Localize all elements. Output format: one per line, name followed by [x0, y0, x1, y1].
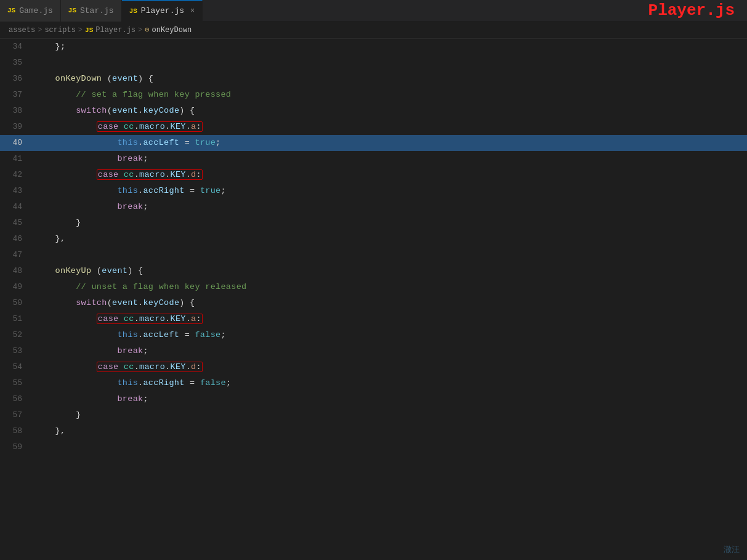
code-line-35: 35	[0, 55, 747, 71]
line-content-38: switch(event.keyCode) {	[32, 103, 195, 119]
line-content-57: }	[32, 407, 81, 423]
line-content-37: // set a flag when key pressed	[32, 87, 231, 103]
line-num-50: 50	[0, 295, 32, 311]
tab-game[interactable]: JS Game.js	[0, 0, 61, 22]
line-content-34: };	[32, 39, 65, 55]
breadcrumb-sep1: >	[38, 26, 42, 34]
code-line-36: 36 onKeyDown (event) {	[0, 71, 747, 87]
case-box-54: case cc.macro.KEY.d:	[97, 362, 203, 372]
code-line-48: 48 onKeyUp (event) {	[0, 263, 747, 279]
line-content-56: break;	[32, 391, 148, 407]
code-line-46: 46 },	[0, 231, 747, 247]
code-line-55: 55 this.accRight = false;	[0, 375, 747, 391]
line-num-40: 40	[0, 135, 32, 151]
line-num-43: 43	[0, 183, 32, 199]
code-line-58: 58 },	[0, 423, 747, 439]
line-num-59: 59	[0, 439, 32, 455]
code-line-53: 53 break;	[0, 343, 747, 359]
line-num-49: 49	[0, 279, 32, 295]
line-num-58: 58	[0, 423, 32, 439]
code-line-49: 49 // unset a flag when key released	[0, 279, 747, 295]
js-icon-game: JS	[7, 7, 15, 14]
line-num-57: 57	[0, 407, 32, 423]
code-line-39: 39 case cc.macro.KEY.a:	[0, 119, 747, 135]
case-box-42: case cc.macro.KEY.d:	[97, 169, 203, 180]
line-content-39: case cc.macro.KEY.a:	[32, 119, 203, 135]
tab-bar: JS Game.js JS Star.js JS Player.js × Pla…	[0, 0, 747, 22]
breadcrumb-assets: assets	[9, 26, 35, 34]
code-line-52: 52 this.accLeft = false;	[0, 327, 747, 343]
line-num-54: 54	[0, 359, 32, 375]
line-num-51: 51	[0, 311, 32, 327]
breadcrumb-file: Player.js	[95, 26, 135, 34]
tab-star[interactable]: JS Star.js	[61, 0, 122, 22]
line-content-51: case cc.macro.KEY.a:	[32, 311, 203, 327]
line-content-55: this.accRight = false;	[32, 375, 231, 391]
case-box-39: case cc.macro.KEY.a:	[97, 121, 203, 132]
line-num-45: 45	[0, 215, 32, 231]
tab-star-label: Star.js	[80, 6, 114, 15]
line-num-36: 36	[0, 71, 32, 87]
code-line-44: 44 break;	[0, 199, 747, 215]
breadcrumb-sep2: >	[78, 26, 83, 34]
code-line-59: 59	[0, 439, 747, 455]
line-num-42: 42	[0, 167, 32, 183]
line-content-52: this.accLeft = false;	[32, 327, 226, 343]
line-content-54: case cc.macro.KEY.d:	[32, 359, 203, 375]
breadcrumb-symbol-icon: ⊙	[145, 25, 149, 34]
breadcrumb-scripts: scripts	[44, 26, 75, 34]
tab-game-label: Game.js	[19, 6, 53, 15]
tab-player[interactable]: JS Player.js ×	[122, 0, 203, 22]
line-num-44: 44	[0, 199, 32, 215]
code-line-56: 56 break;	[0, 391, 747, 407]
tab-player-label: Player.js	[141, 6, 184, 15]
code-line-42: 42 case cc.macro.KEY.d:	[0, 167, 747, 183]
code-line-40: 40 this.accLeft = true;	[0, 135, 747, 151]
tab-close-icon[interactable]: ×	[190, 7, 195, 15]
code-line-50: 50 switch(event.keyCode) {	[0, 295, 747, 311]
line-content-41: break;	[32, 151, 148, 167]
line-num-52: 52	[0, 327, 32, 343]
code-line-43: 43 this.accRight = true;	[0, 183, 747, 199]
code-line-41: 41 break;	[0, 151, 747, 167]
line-num-38: 38	[0, 103, 32, 119]
line-num-39: 39	[0, 119, 32, 135]
line-num-46: 46	[0, 231, 32, 247]
code-line-47: 47	[0, 247, 747, 263]
line-num-37: 37	[0, 87, 32, 103]
breadcrumb-js-icon: JS	[85, 26, 93, 34]
line-content-49: // unset a flag when key released	[32, 279, 246, 295]
line-content-58: },	[32, 423, 65, 439]
code-line-45: 45 }	[0, 215, 747, 231]
breadcrumb-sep3: >	[138, 26, 142, 34]
line-num-56: 56	[0, 391, 32, 407]
line-num-48: 48	[0, 263, 32, 279]
line-num-53: 53	[0, 343, 32, 359]
line-content-40: this.accLeft = true;	[32, 135, 220, 151]
js-icon-star: JS	[68, 7, 76, 14]
code-line-38: 38 switch(event.keyCode) {	[0, 103, 747, 119]
code-line-51: 51 case cc.macro.KEY.a:	[0, 311, 747, 327]
line-content-42: case cc.macro.KEY.d:	[32, 167, 203, 183]
line-content-50: switch(event.keyCode) {	[32, 295, 195, 311]
line-content-53: break;	[32, 343, 148, 359]
line-num-41: 41	[0, 151, 32, 167]
breadcrumb: assets > scripts > JS Player.js > ⊙ onKe…	[0, 22, 747, 39]
line-num-55: 55	[0, 375, 32, 391]
line-num-35: 35	[0, 55, 32, 71]
line-content-44: break;	[32, 199, 148, 215]
line-num-47: 47	[0, 247, 32, 263]
line-content-36: onKeyDown (event) {	[32, 71, 153, 87]
line-content-43: this.accRight = true;	[32, 183, 226, 199]
code-line-57: 57 }	[0, 407, 747, 423]
code-line-34: 34 };	[0, 39, 747, 55]
line-content-48: onKeyUp (event) {	[32, 263, 143, 279]
case-box-51: case cc.macro.KEY.a:	[97, 314, 203, 324]
file-title: Player.js	[648, 0, 735, 22]
breadcrumb-method: onKeyDown	[152, 26, 192, 34]
line-content-46: },	[32, 231, 65, 247]
js-icon-player: JS	[129, 7, 137, 15]
code-line-54: 54 case cc.macro.KEY.d:	[0, 359, 747, 375]
line-content-45: }	[32, 215, 81, 231]
code-editor: 34 }; 35 36 onKeyDown (event) { 37 // se…	[0, 39, 747, 560]
